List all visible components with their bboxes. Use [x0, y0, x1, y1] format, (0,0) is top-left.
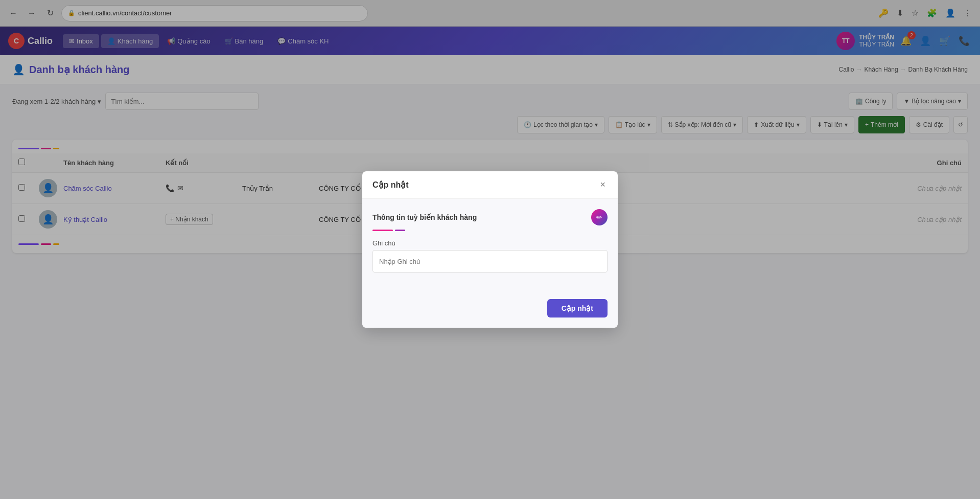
modal-body: Thông tin tuỳ biến khách hàng ✏ Ghi chú [362, 199, 618, 291]
modal-divider [372, 230, 608, 231]
modal-header: Cập nhật × [362, 171, 618, 199]
modal-close-button[interactable]: × [598, 179, 608, 190]
modal-title: Cập nhật [372, 180, 409, 190]
update-button[interactable]: Cập nhật [547, 299, 608, 317]
modal-field-label: Ghi chú [372, 239, 608, 247]
edit-icon: ✏ [596, 213, 602, 221]
modal-field-ghichu: Ghi chú [372, 239, 608, 273]
modal-div-1 [372, 230, 393, 231]
modal-section-icon: ✏ [591, 209, 608, 225]
ghi-chu-input[interactable] [372, 250, 608, 273]
modal-section-header: Thông tin tuỳ biến khách hàng ✏ [372, 209, 608, 225]
main-content: 👤 Danh bạ khách hàng Callio → Khách Hàng… [0, 55, 980, 499]
modal-dialog: Cập nhật × Thông tin tuỳ biến khách hàng… [362, 171, 618, 328]
modal-footer: Cập nhật [362, 291, 618, 328]
modal-overlay[interactable]: Cập nhật × Thông tin tuỳ biến khách hàng… [0, 55, 980, 499]
modal-section-title: Thông tin tuỳ biến khách hàng [372, 213, 477, 221]
modal-div-2 [395, 230, 405, 231]
app: C Callio ✉ Inbox 👤 Khách hàng 📢 Quảng cá… [0, 27, 980, 499]
